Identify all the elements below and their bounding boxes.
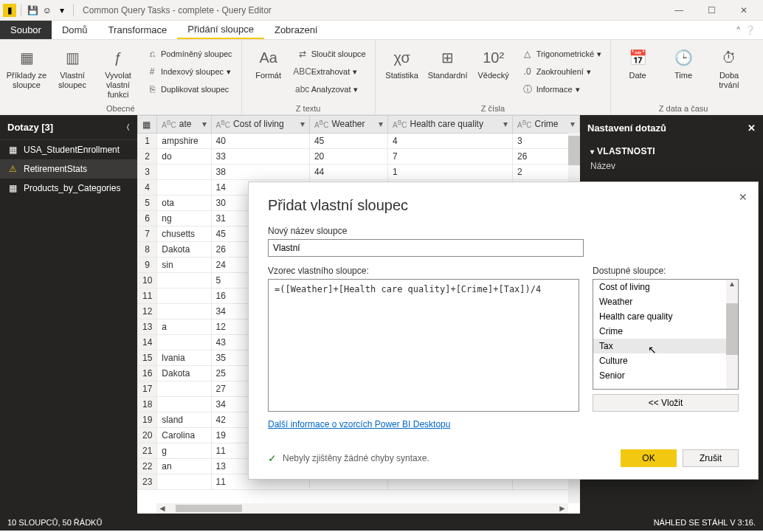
cell[interactable]: an <box>157 459 211 474</box>
available-column-item[interactable]: Crime <box>593 324 738 339</box>
row-number[interactable]: 12 <box>138 304 157 319</box>
cell[interactable]: ampshire <box>157 134 211 149</box>
maximize-button[interactable]: ☐ <box>695 0 728 21</box>
trigonometric-button[interactable]: △Trigonometrické▾ <box>519 46 604 62</box>
query-item[interactable]: ▦USA_StudentEnrollment <box>0 140 137 159</box>
column-header[interactable]: ABCate▾ <box>157 116 211 134</box>
scroll-up-icon[interactable]: ▲ <box>726 280 738 291</box>
cell[interactable]: 45 <box>309 134 387 149</box>
row-number[interactable]: 2 <box>138 149 157 165</box>
information-button[interactable]: ⓘInformace▾ <box>519 81 604 97</box>
formula-input[interactable]: =([Weather]+[Health care quality]+[Crime… <box>268 279 579 412</box>
column-header[interactable]: ABCHealth care quality▾ <box>388 116 513 134</box>
column-header[interactable]: ABCCost of living▾ <box>211 116 309 134</box>
cell[interactable]: 40 <box>211 134 309 149</box>
row-number[interactable]: 19 <box>138 412 157 428</box>
menu-transform[interactable]: Transformace <box>98 21 178 39</box>
close-icon[interactable]: ✕ <box>748 122 756 134</box>
chevron-left-icon[interactable]: 〈 <box>122 122 130 133</box>
available-column-item[interactable]: Culture <box>593 353 738 368</box>
conditional-column-button[interactable]: ⎌Podmíněný sloupec <box>143 46 235 62</box>
cell[interactable] <box>157 397 211 412</box>
time-button[interactable]: 🕒Time <box>663 43 704 80</box>
rounding-button[interactable]: .0Zaokrouhlení▾ <box>519 63 604 80</box>
insert-button[interactable]: << Vložit <box>593 394 739 412</box>
merge-columns-button[interactable]: ⇄Sloučit sloupce <box>294 46 369 62</box>
chevron-up-icon[interactable]: ^ <box>736 26 740 34</box>
row-number[interactable]: 21 <box>138 443 157 459</box>
duration-button[interactable]: ⏱Doba trvání <box>708 43 750 90</box>
cell[interactable]: 7 <box>388 149 513 165</box>
cell[interactable] <box>157 304 211 319</box>
horizontal-scrollbar[interactable]: ◄ ► <box>156 503 568 514</box>
cell[interactable]: chusetts <box>157 227 211 242</box>
cell[interactable]: 4 <box>388 134 513 149</box>
cell[interactable]: 1 <box>388 165 513 180</box>
cell[interactable]: Dakota <box>157 366 211 381</box>
invoke-function-button[interactable]: ƒVyvolat vlastní funkci <box>97 43 139 100</box>
analyze-button[interactable]: abcAnalyzovat▾ <box>294 81 369 97</box>
cell[interactable]: do <box>157 149 211 165</box>
statistics-button[interactable]: χσStatistika <box>382 43 423 80</box>
new-column-name-input[interactable] <box>268 239 584 257</box>
date-button[interactable]: 📅Date <box>617 43 658 80</box>
row-number[interactable]: 8 <box>138 242 157 258</box>
corner-cell[interactable]: ▦ <box>138 116 157 134</box>
cell[interactable]: a <box>157 319 211 335</box>
query-item[interactable]: ▦Products_by_Categories <box>0 179 137 198</box>
minimize-button[interactable]: — <box>663 0 695 21</box>
cell[interactable] <box>157 381 211 397</box>
scientific-button[interactable]: 10²Vědecký <box>473 43 514 80</box>
format-button[interactable]: AaFormát <box>248 43 289 80</box>
row-number[interactable]: 17 <box>138 381 157 397</box>
cell[interactable]: ng <box>157 211 211 227</box>
row-number[interactable]: 1 <box>138 134 157 149</box>
learn-more-link[interactable]: Další informace o vzorcích Power BI Desk… <box>268 419 579 429</box>
cancel-button[interactable]: Zrušit <box>683 449 739 467</box>
row-number[interactable]: 16 <box>138 366 157 381</box>
dialog-close-button[interactable]: ✕ <box>733 187 753 207</box>
cell[interactable] <box>157 474 211 490</box>
available-column-item[interactable]: Cost of living <box>593 280 738 294</box>
row-number[interactable]: 3 <box>138 165 157 180</box>
cell[interactable]: 20 <box>309 149 387 165</box>
menu-home[interactable]: Domů <box>52 21 98 39</box>
cell[interactable]: Carolina <box>157 428 211 443</box>
row-number[interactable]: 10 <box>138 273 157 289</box>
index-column-button[interactable]: #Indexový sloupec▾ <box>143 63 235 80</box>
row-number[interactable]: 14 <box>138 335 157 350</box>
extract-button[interactable]: ABCExtrahovat▾ <box>294 63 369 80</box>
cell[interactable]: ota <box>157 196 211 211</box>
save-icon[interactable]: 💾 <box>26 4 39 17</box>
cell[interactable] <box>157 180 211 196</box>
cell[interactable]: 33 <box>211 149 309 165</box>
row-number[interactable]: 9 <box>138 258 157 273</box>
menu-add-column[interactable]: Přidání sloupce <box>177 21 264 39</box>
query-item[interactable]: ⚠RetirementStats <box>0 159 137 179</box>
examples-from-column-button[interactable]: ▦Příklady ze sloupce <box>6 43 47 90</box>
available-column-item[interactable]: Health care quality <box>593 309 738 324</box>
row-number[interactable]: 18 <box>138 397 157 412</box>
row-number[interactable]: 7 <box>138 227 157 242</box>
scroll-left-icon[interactable]: ◄ <box>156 503 168 514</box>
scroll-right-icon[interactable]: ► <box>556 503 568 514</box>
available-column-item[interactable]: Weather <box>593 294 738 309</box>
column-header[interactable]: ABCWeather▾ <box>309 116 387 134</box>
row-number[interactable]: 23 <box>138 474 157 490</box>
menu-file[interactable]: Soubor <box>0 21 52 39</box>
cell[interactable]: Dakota <box>157 242 211 258</box>
help-icon[interactable]: ❔ <box>745 25 756 35</box>
cell[interactable]: 44 <box>309 165 387 180</box>
smiley-icon[interactable]: ☺ <box>41 4 54 17</box>
row-number[interactable]: 11 <box>138 289 157 304</box>
row-number[interactable]: 4 <box>138 180 157 196</box>
list-scrollbar[interactable]: ▲ <box>726 280 738 389</box>
row-number[interactable]: 15 <box>138 350 157 366</box>
menu-view[interactable]: Zobrazení <box>264 21 328 39</box>
cell[interactable] <box>157 289 211 304</box>
row-number[interactable]: 20 <box>138 428 157 443</box>
cell[interactable]: sin <box>157 258 211 273</box>
row-number[interactable]: 13 <box>138 319 157 335</box>
chevron-down-icon[interactable]: ▾ <box>590 148 594 156</box>
cell[interactable] <box>157 335 211 350</box>
